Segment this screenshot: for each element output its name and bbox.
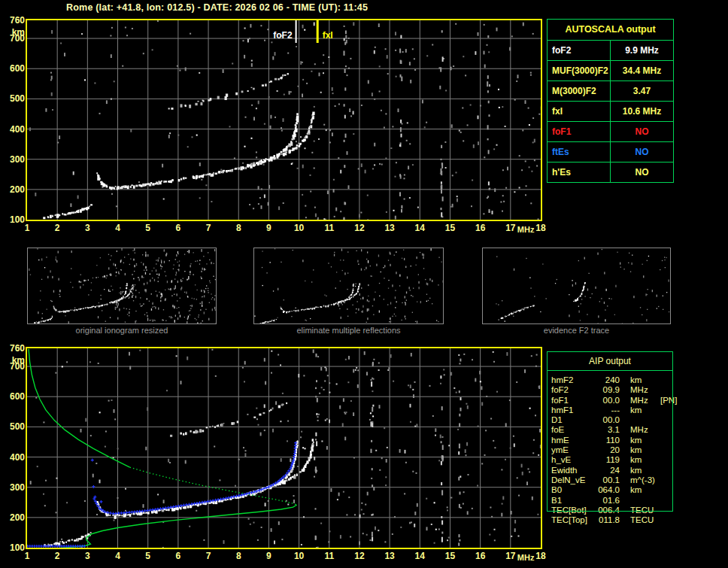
x-tick-label: 7 [199, 551, 218, 561]
x-tick-label: 6 [168, 551, 188, 561]
fxI-marker-line [317, 20, 319, 43]
parameter-value: 09.9 [594, 385, 620, 395]
x-tick-label: 7 [199, 223, 218, 233]
x-tick-label: 12 [350, 223, 369, 233]
x-tick-label: 8 [229, 223, 248, 233]
parameter-unit [630, 496, 660, 506]
autoscala-table-header: AUTOSCALA output [548, 20, 673, 41]
table-row: h'EsNO [548, 163, 673, 182]
x-tick-label: 13 [380, 223, 399, 233]
parameter-label: B0 [547, 485, 594, 495]
x-tick-label: 9 [259, 223, 278, 233]
parameter-value: NO [611, 142, 673, 162]
parameter-value: 064.0 [594, 485, 620, 495]
x-tick-label: 12 [350, 551, 369, 561]
y-tick-label: 200 [2, 184, 25, 195]
parameter-flag [660, 405, 672, 415]
parameter-value: NO [611, 163, 673, 182]
parameter-label: hmF1 [547, 405, 594, 415]
parameter-value: 240 [594, 375, 620, 385]
parameter-value: 01.6 [594, 496, 620, 506]
table-row: DelN_vE00.1m^(-3) [547, 475, 672, 485]
y-tick-label: 760 [2, 343, 25, 354]
x-tick-label: 16 [471, 551, 490, 561]
thumb-f2trace-svg [483, 248, 670, 323]
thumbnail-caption: evidence F2 trace [482, 326, 671, 335]
table-row: hmF2240km [547, 375, 672, 385]
x-tick-label: 1 [17, 551, 37, 561]
ionogram-bottom-svg [27, 348, 541, 548]
x-tick-label: 14 [410, 223, 429, 233]
x-tick-label: 6 [168, 223, 188, 233]
parameter-label: foE [547, 425, 594, 435]
parameter-unit: MHz [630, 385, 660, 395]
parameter-unit: TECU [630, 506, 660, 515]
parameter-unit: km [630, 436, 660, 445]
y-tick-label: 600 [2, 391, 25, 402]
table-row: foF209.9MHz [547, 385, 672, 395]
parameter-flag [660, 375, 672, 385]
station-title: Rome (lat: +41.8, lon: 012.5) - DATE: 20… [66, 2, 368, 13]
parameter-value: 011.8 [594, 515, 620, 525]
parameter-label: M(3000)F2 [548, 81, 611, 101]
parameter-value: 110 [594, 436, 620, 445]
x-tick-label: 4 [108, 551, 128, 561]
thumb-reflections-svg [254, 248, 443, 323]
x-tick-label: 2 [47, 223, 67, 233]
thumbnail-caption: original ionogram resized [27, 326, 217, 335]
parameter-value: 00.0 [594, 396, 620, 405]
thumb-original-svg [28, 248, 216, 323]
table-row: fxI10.6 MHz [548, 102, 673, 122]
y-tick-label: 400 [2, 452, 25, 463]
x-tick-label: 15 [440, 551, 460, 561]
parameter-value: 3.1 [594, 425, 620, 435]
parameter-unit [630, 415, 660, 425]
table-row: TEC[Top]011.8TECU [547, 515, 672, 525]
parameter-unit: MHz [630, 425, 660, 435]
parameter-flag [660, 506, 672, 515]
table-row: hmE110km [547, 436, 672, 445]
parameter-unit: km [630, 445, 660, 455]
y-tick-label: 300 [2, 154, 25, 165]
parameter-label: TEC[Bot] [547, 506, 594, 515]
parameter-value: 24 [594, 466, 620, 475]
parameter-label: DelN_vE [547, 475, 594, 485]
parameter-flag [660, 436, 672, 445]
parameter-flag [660, 466, 672, 475]
y-tick-label: 200 [2, 512, 25, 523]
parameter-flag [660, 445, 672, 455]
table-row: foF29.9 MHz [548, 41, 673, 61]
parameter-value: 34.4 MHz [611, 61, 673, 80]
parameter-label: MUF(3000)F2 [548, 61, 611, 80]
parameter-value: NO [611, 122, 673, 141]
parameter-label: fxI [548, 102, 611, 121]
parameter-label: h'Es [548, 163, 611, 182]
parameter-unit: MHz [630, 396, 660, 405]
parameter-flag [660, 455, 672, 465]
table-row: Ewidth24km [547, 466, 672, 475]
parameter-flag [660, 515, 672, 525]
thumbnail-multiple-reflections [253, 248, 444, 324]
parameter-value: 3.47 [611, 81, 673, 101]
x-tick-label: 4 [108, 223, 128, 233]
x-tick-label: 1 [17, 223, 37, 233]
parameter-label: D1 [547, 415, 594, 425]
x-tick-label: 10 [290, 223, 309, 233]
y-tick-label: 600 [2, 63, 25, 74]
ionogram-plot-top: foF2fxI [26, 19, 542, 221]
parameter-flag [660, 415, 672, 425]
x-tick-label: 13 [380, 551, 399, 561]
x-tick-label: 14 [410, 551, 429, 561]
autoscala-output-table: AUTOSCALA output foF29.9 MHzMUF(3000)F23… [547, 19, 674, 183]
x-tick-label: 3 [77, 551, 97, 561]
parameter-value: 9.9 MHz [611, 41, 673, 60]
table-row: M(3000)F23.47 [548, 81, 673, 102]
foF2-marker-label: foF2 [273, 30, 293, 41]
y-tick-label: 500 [2, 421, 25, 432]
autoscala-table-rows: foF29.9 MHzMUF(3000)F234.4 MHzM(3000)F23… [548, 41, 673, 182]
parameter-label: TEC[Top] [547, 515, 594, 525]
parameter-label: hmF2 [547, 375, 594, 385]
parameter-flag: [PN] [660, 396, 677, 405]
x-tick-label: 11 [320, 223, 339, 233]
x-tick-label: 8 [229, 551, 248, 561]
